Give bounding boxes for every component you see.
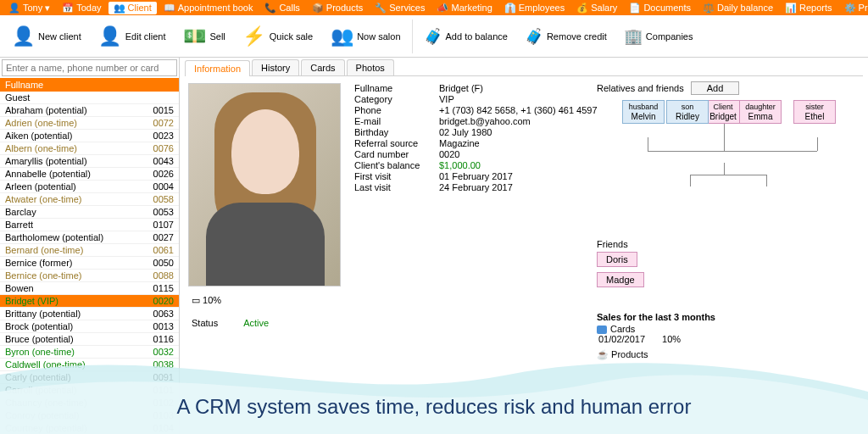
- list-header[interactable]: Fullname: [0, 78, 179, 92]
- friend-item[interactable]: Madge: [597, 272, 644, 287]
- client-code: 0104: [140, 423, 174, 433]
- field-label: Phone: [354, 105, 439, 115]
- client-row[interactable]: Brock (potential)0013: [0, 320, 179, 333]
- client-row[interactable]: Bernice (one-time)0088: [0, 270, 179, 282]
- menu-today[interactable]: 📅Today: [57, 2, 106, 14]
- menu-marketing[interactable]: 📣Marketing: [431, 2, 497, 14]
- menu-services[interactable]: 🔧Services: [370, 2, 430, 14]
- client-photo[interactable]: [188, 83, 341, 287]
- client-name: Guest: [5, 92, 30, 103]
- sales-title: Sales for the last 3 months: [597, 312, 860, 322]
- edit-client-button[interactable]: 👤Edit client: [91, 20, 174, 53]
- field-value: +1 (703) 842 5658, +1 (360) 461 4597: [439, 105, 598, 115]
- search-input[interactable]: [2, 59, 177, 76]
- field-label: Client's balance: [354, 160, 439, 170]
- client-row[interactable]: Arleen (potential)0004: [0, 181, 179, 193]
- client-row[interactable]: Conroy (potential)0103: [0, 409, 179, 422]
- node-sister[interactable]: sisterEthel: [793, 100, 836, 124]
- tab-information[interactable]: Information: [185, 60, 250, 76]
- edit-client-label: Edit client: [125, 31, 166, 42]
- client-row[interactable]: Chauncy (one-time)0102: [0, 397, 179, 409]
- menubar: 👤 Tony ▾ 📅Today👥Client📖Appointment book📞…: [0, 0, 868, 15]
- new-client-label: New client: [38, 31, 81, 42]
- remove-credit-label: Remove credit: [547, 31, 607, 42]
- client-code: 0015: [140, 105, 174, 115]
- menu-documents[interactable]: 📄Documents: [624, 2, 696, 14]
- node-son[interactable]: sonRidley: [666, 100, 709, 124]
- field-value: $1,000.00: [439, 160, 481, 170]
- client-row[interactable]: Carly (potential)0091: [0, 371, 179, 384]
- friends-title: Friends: [597, 239, 860, 249]
- client-code: 0043: [140, 156, 174, 166]
- sales-panel: Sales for the last 3 months Cards 01/02/…: [597, 312, 860, 360]
- quick-sale-button[interactable]: ⚡Quick sale: [235, 20, 320, 53]
- menu-products[interactable]: 📦Products: [307, 2, 368, 14]
- client-row[interactable]: Aiken (potential)0023: [0, 130, 179, 142]
- client-code: 0061: [140, 245, 174, 255]
- client-row[interactable]: Barclay0053: [0, 206, 179, 219]
- menu-appointment-book[interactable]: 📖Appointment book: [159, 2, 259, 14]
- companies-label: Companies: [646, 31, 693, 42]
- client-row[interactable]: Bruce (potential)0116: [0, 333, 179, 346]
- new-client-button[interactable]: 👤New client: [3, 20, 89, 53]
- tab-photos[interactable]: Photos: [347, 59, 394, 75]
- client-name: Carroll (potential): [5, 385, 76, 395]
- client-row[interactable]: Caldwell (one-time)0038: [0, 359, 179, 371]
- menu-daily-balance[interactable]: ⚖️Daily balance: [698, 2, 778, 14]
- menu-label: Employees: [519, 3, 565, 13]
- client-row[interactable]: Albern (one-time)0076: [0, 142, 179, 155]
- tab-history[interactable]: History: [252, 59, 299, 75]
- menu-reports[interactable]: 📊Reports: [780, 2, 837, 14]
- client-row[interactable]: Amaryllis (potential)0043: [0, 155, 179, 168]
- client-row[interactable]: Bridget (VIP)0020: [0, 295, 179, 308]
- add-balance-button[interactable]: 🧳Add to balance: [416, 23, 515, 50]
- client-name: Caldwell (one-time): [5, 359, 86, 370]
- client-list[interactable]: GuestAbraham (potential)0015Adrien (one-…: [0, 92, 179, 434]
- field-value: bridget.b@yahoo.com: [439, 116, 531, 126]
- people-icon: 👥: [330, 25, 353, 48]
- tab-cards[interactable]: Cards: [301, 59, 344, 75]
- client-name: Adrien (one-time): [5, 118, 77, 128]
- client-name: Bernard (one-time): [5, 245, 83, 255]
- node-daughter[interactable]: daughterEmma: [739, 100, 782, 124]
- client-row[interactable]: Bartholomew (potential)0027: [0, 231, 179, 244]
- now-salon-button[interactable]: 👥Now salon: [322, 20, 408, 53]
- sales-card-pct: 10%: [662, 334, 681, 344]
- menu-employees[interactable]: 👔Employees: [499, 2, 570, 14]
- sales-cards-label: Cards: [610, 324, 635, 334]
- field-value: 01 February 2017: [439, 171, 513, 181]
- client-row[interactable]: Annabelle (potential)0026: [0, 168, 179, 181]
- client-row[interactable]: Abraham (potential)0015: [0, 104, 179, 117]
- menu-calls[interactable]: 📞Calls: [259, 2, 304, 14]
- card-small-icon: [597, 326, 607, 334]
- person-edit-icon: 👤: [98, 25, 122, 48]
- node-husband[interactable]: husbandMelvin: [622, 100, 665, 124]
- client-code: 0091: [140, 372, 174, 382]
- client-row[interactable]: Byron (one-time)0032: [0, 346, 179, 359]
- client-row[interactable]: Atwater (one-time)0058: [0, 193, 179, 206]
- friend-item[interactable]: Doris: [597, 252, 637, 267]
- client-row[interactable]: Adrien (one-time)0072: [0, 117, 179, 130]
- companies-button[interactable]: 🏢Companies: [616, 23, 701, 50]
- client-row[interactable]: Bernice (former)0050: [0, 257, 179, 270]
- remove-credit-button[interactable]: 🧳Remove credit: [517, 23, 615, 50]
- menu-preferences[interactable]: ⚙️Preferences: [839, 2, 868, 14]
- sell-button[interactable]: 💵Sell: [175, 20, 232, 53]
- status-row: ▭ 10%: [188, 292, 341, 309]
- client-row[interactable]: Bernard (one-time)0061: [0, 244, 179, 257]
- client-row[interactable]: Bowen0115: [0, 282, 179, 295]
- client-code: 0072: [140, 118, 174, 128]
- menu-salary[interactable]: 💰Salary: [571, 2, 622, 14]
- client-row[interactable]: Barrett0107: [0, 219, 179, 231]
- user-menu[interactable]: 👤 Tony ▾: [3, 2, 55, 14]
- client-row[interactable]: Brittany (potential)0063: [0, 308, 179, 320]
- menu-client[interactable]: 👥Client: [108, 2, 157, 14]
- client-row[interactable]: Guest: [0, 92, 179, 104]
- client-row[interactable]: Carroll (potential)0101: [0, 384, 179, 397]
- add-relative-button[interactable]: Add: [691, 81, 740, 95]
- user-name: Tony: [23, 3, 42, 13]
- menu-label: Appointment book: [178, 3, 253, 13]
- bolt-icon: ⚡: [242, 25, 266, 48]
- client-row[interactable]: Courtney (potential)0104: [0, 422, 179, 434]
- menu-label: Products: [326, 3, 363, 13]
